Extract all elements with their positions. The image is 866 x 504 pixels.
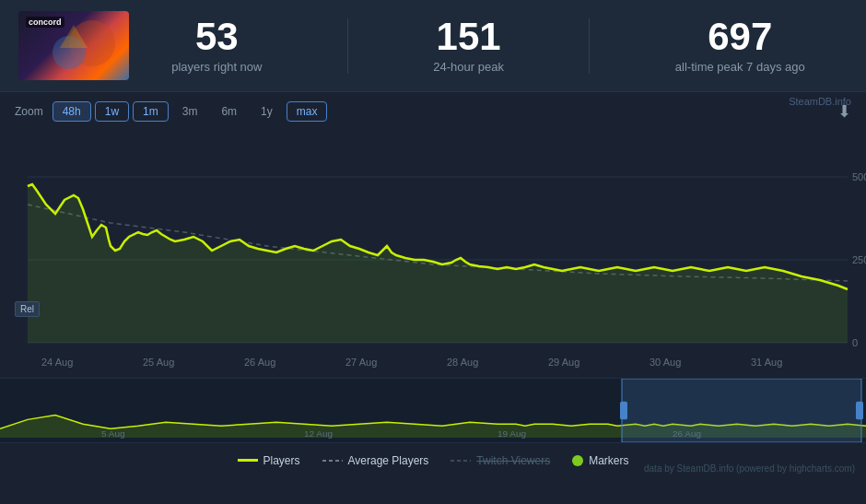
avg-players-label: Average Players bbox=[348, 454, 429, 467]
avg-players-line-icon bbox=[322, 456, 343, 465]
svg-rect-21 bbox=[622, 379, 861, 442]
zoom-1m-button[interactable]: 1m bbox=[133, 101, 169, 122]
svg-text:29 Aug: 29 Aug bbox=[548, 357, 579, 368]
legend-players: Players bbox=[238, 454, 300, 467]
svg-text:24 Aug: 24 Aug bbox=[41, 357, 73, 368]
svg-text:28 Aug: 28 Aug bbox=[447, 357, 478, 368]
legend-twitch: Twitch Viewers bbox=[451, 454, 550, 467]
markers-label: Markers bbox=[589, 454, 628, 467]
twitch-line-icon bbox=[451, 456, 471, 465]
current-players-label: players right now bbox=[171, 60, 262, 74]
legend-bar: Players Average Players Twitch Viewers M… bbox=[0, 442, 866, 477]
zoom-1w-button[interactable]: 1w bbox=[95, 101, 129, 122]
svg-text:500: 500 bbox=[852, 171, 866, 182]
zoom-bar: Zoom 48h 1w 1m 3m 6m 1y max ⬇ bbox=[0, 92, 866, 131]
players-line-icon bbox=[238, 459, 258, 462]
zoom-label: Zoom bbox=[15, 105, 43, 118]
game-thumbnail: concord bbox=[18, 11, 129, 80]
current-players-value: 53 bbox=[195, 18, 239, 56]
svg-text:26 Aug: 26 Aug bbox=[244, 357, 275, 368]
legend-markers: Markers bbox=[572, 454, 628, 467]
alltime-peak-label: all-time peak 7 days ago bbox=[675, 60, 805, 74]
stat-divider-1 bbox=[347, 18, 348, 74]
peak-24h-label: 24-hour peak bbox=[433, 60, 504, 74]
svg-text:30 Aug: 30 Aug bbox=[650, 357, 681, 368]
zoom-6m-button[interactable]: 6m bbox=[211, 101, 247, 122]
current-players-stat: 53 players right now bbox=[171, 18, 262, 74]
stat-divider-2 bbox=[589, 18, 590, 74]
svg-text:0: 0 bbox=[852, 337, 858, 348]
zoom-max-button[interactable]: max bbox=[287, 101, 328, 122]
svg-rect-22 bbox=[620, 402, 627, 420]
svg-rect-23 bbox=[856, 402, 863, 420]
mini-chart-area[interactable]: 5 Aug 12 Aug 19 Aug 26 Aug bbox=[0, 378, 866, 442]
svg-text:31 Aug: 31 Aug bbox=[751, 357, 782, 368]
zoom-48h-button[interactable]: 48h bbox=[53, 101, 91, 122]
peak-24h-value: 151 bbox=[437, 18, 501, 56]
data-credit: data by SteamDB.info (powered by highcha… bbox=[644, 463, 855, 474]
main-chart-area: 500 250 0 24 Aug 25 Aug 26 Aug 27 Aug 28… bbox=[0, 131, 866, 378]
zoom-1y-button[interactable]: 1y bbox=[251, 101, 283, 122]
svg-text:27 Aug: 27 Aug bbox=[345, 357, 377, 368]
alltime-peak-stat: 697 all-time peak 7 days ago bbox=[675, 18, 805, 74]
svg-text:12 Aug: 12 Aug bbox=[304, 428, 333, 439]
peak-24h-stat: 151 24-hour peak bbox=[433, 18, 504, 74]
players-label: Players bbox=[263, 454, 300, 467]
mini-chart-svg: 5 Aug 12 Aug 19 Aug 26 Aug bbox=[0, 379, 866, 442]
markers-dot-icon bbox=[572, 455, 583, 466]
svg-text:25 Aug: 25 Aug bbox=[143, 357, 174, 368]
legend-average-players: Average Players bbox=[322, 454, 429, 467]
svg-text:26 Aug: 26 Aug bbox=[673, 428, 701, 439]
stats-container: 53 players right now 151 24-hour peak 69… bbox=[129, 18, 848, 74]
header-section: concord 53 players right now 151 24-hour… bbox=[0, 0, 866, 92]
twitch-label: Twitch Viewers bbox=[476, 454, 550, 467]
svg-text:19 Aug: 19 Aug bbox=[497, 428, 526, 439]
release-badge: Rel bbox=[15, 301, 40, 317]
steamdb-watermark: SteamDB.info bbox=[789, 96, 851, 107]
zoom-3m-button[interactable]: 3m bbox=[172, 101, 208, 122]
main-chart-svg: 500 250 0 24 Aug 25 Aug 26 Aug 27 Aug 28… bbox=[0, 131, 866, 378]
alltime-peak-value: 697 bbox=[708, 18, 772, 56]
svg-text:250: 250 bbox=[852, 254, 866, 265]
svg-text:5 Aug: 5 Aug bbox=[101, 428, 125, 439]
